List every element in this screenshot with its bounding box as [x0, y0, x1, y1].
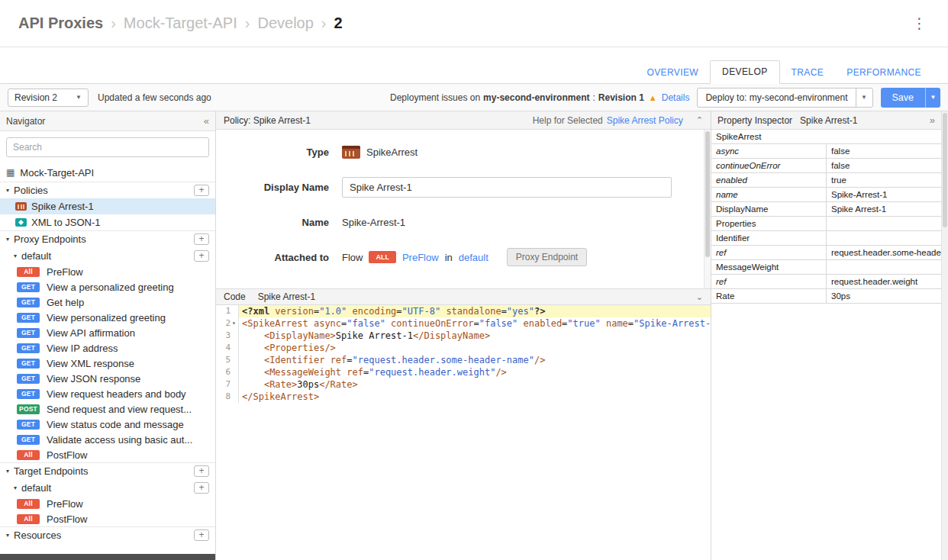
flow-item[interactable]: GET View IP address — [0, 340, 215, 356]
property-value: 30ps — [826, 289, 941, 303]
breadcrumb-item[interactable]: 2 — [334, 14, 343, 32]
kebab-menu-icon[interactable]: ⋮ — [909, 14, 930, 32]
flow-item[interactable]: GET Validate access using basic aut... — [0, 432, 215, 447]
flow-item[interactable]: GET View request headers and body — [0, 386, 215, 401]
collapse-right-icon[interactable]: » — [930, 114, 935, 126]
flow-item[interactable]: GET View JSON response — [0, 371, 215, 386]
type-value: SpikeArrest — [366, 146, 418, 158]
display-name-row: Display Name — [216, 169, 711, 204]
section-resources[interactable]: ▾ Resources + — [0, 526, 215, 543]
flow-word: Flow — [342, 252, 363, 263]
add-target-endpoint-button[interactable]: + — [194, 465, 209, 477]
code-line[interactable]: 6 <MessageWeight ref="request.header.wei… — [216, 366, 711, 378]
property-row[interactable]: enabled true — [711, 173, 941, 188]
flow-item[interactable]: GET View XML response — [0, 356, 215, 371]
property-row[interactable]: ref request.header.weight — [711, 275, 941, 289]
policy-scrollbar[interactable] — [704, 130, 711, 288]
target-endpoint-default-label: default — [21, 482, 51, 494]
add-resource-button[interactable]: + — [194, 529, 209, 541]
code-line[interactable]: 1<?xml version="1.0" encoding="UTF-8" st… — [216, 305, 711, 317]
property-row[interactable]: DisplayName Spike Arrest-1 — [711, 202, 941, 217]
search-input[interactable] — [6, 137, 209, 157]
add-flow-button[interactable]: + — [194, 482, 209, 494]
display-name-input[interactable] — [342, 177, 672, 198]
flow-item[interactable]: GET View status code and message — [0, 417, 215, 432]
code-line[interactable]: 5 <Identifier ref="request.header.some-h… — [216, 354, 711, 366]
line-number: 5 — [216, 354, 239, 366]
policy-editor: Type SpikeArrest Display Name Name Spik — [216, 130, 711, 288]
property-row[interactable]: continueOnError false — [711, 159, 941, 173]
flow-item-label: View a personalized greeting — [47, 282, 174, 293]
property-row[interactable]: Rate 30ps — [711, 289, 941, 304]
tab[interactable]: PERFORMANCE — [835, 62, 933, 84]
navigator-panel: Navigator « ▦ Mock-Target-API ▾ Policies… — [0, 111, 216, 560]
flow-item[interactable]: All PreFlow — [0, 496, 215, 511]
proxy-endpoint-default[interactable]: ▾ default + — [0, 247, 215, 264]
flow-item[interactable]: GET View a personalized greeting — [0, 279, 215, 294]
code-line[interactable]: 4 <Properties/> — [216, 342, 711, 354]
code-line[interactable]: 8</SpikeArrest> — [216, 391, 711, 403]
name-label: Name — [216, 217, 329, 228]
add-policy-button[interactable]: + — [194, 185, 209, 196]
method-badge: GET — [17, 328, 40, 338]
navigator-hscrollbar[interactable] — [0, 554, 215, 560]
deploy-select[interactable]: Deploy to: my-second-environment ▼ — [697, 88, 872, 108]
flow-item[interactable]: All PreFlow — [0, 264, 215, 279]
line-number: 1 — [216, 305, 239, 317]
collapse-up-icon[interactable]: ⌃ — [696, 115, 703, 125]
collapse-left-icon[interactable]: « — [204, 115, 209, 127]
add-proxy-endpoint-button[interactable]: + — [194, 233, 209, 245]
scrollbar-thumb[interactable] — [705, 131, 710, 257]
policy-item[interactable]: Spike Arrest-1 — [0, 198, 215, 214]
code-line[interactable]: 2▾<SpikeArrest async="false" continueOnE… — [216, 317, 711, 330]
save-dropdown-icon[interactable]: ▼ — [925, 88, 940, 108]
line-number: 2▾ — [216, 317, 239, 330]
help-link[interactable]: Spike Arrest Policy — [607, 115, 683, 126]
window-scrollbar[interactable] — [941, 111, 948, 560]
flow-item[interactable]: All PostFlow — [0, 511, 215, 526]
flow-item[interactable]: POST Send request and view request... — [0, 401, 215, 417]
flow-item[interactable]: GET View personalized greeting — [0, 310, 215, 325]
property-row[interactable]: SpikeArrest — [711, 130, 941, 144]
code-line[interactable]: 7 <Rate>30ps</Rate> — [216, 378, 711, 391]
section-policies[interactable]: ▾ Policies + — [0, 182, 215, 198]
details-link[interactable]: Details — [662, 92, 690, 103]
flow-item[interactable]: GET Get help — [0, 294, 215, 310]
property-value: request.header.weight — [826, 275, 941, 288]
code-editor[interactable]: 1<?xml version="1.0" encoding="UTF-8" st… — [216, 305, 711, 560]
property-row[interactable]: Properties — [711, 217, 941, 231]
preflow-link[interactable]: PreFlow — [402, 252, 439, 263]
nav-item-api[interactable]: ▦ Mock-Target-API — [0, 163, 215, 182]
proxy-endpoint-button[interactable]: Proxy Endpoint — [507, 248, 587, 266]
collapse-down-icon[interactable]: ⌄ — [696, 292, 703, 302]
target-endpoint-default[interactable]: ▾ default + — [0, 479, 215, 496]
section-proxy-endpoints[interactable]: ▾ Proxy Endpoints + — [0, 230, 215, 247]
breadcrumb-item[interactable]: API Proxies — [18, 14, 116, 32]
save-split-button: Save ▼ — [881, 88, 941, 108]
method-badge: GET — [17, 313, 40, 323]
revision-select[interactable]: Revision 2 ▼ — [8, 89, 89, 107]
property-row[interactable]: Identifier — [711, 231, 941, 246]
tab[interactable]: DEVELOP — [710, 60, 780, 84]
property-value: false — [826, 159, 941, 172]
type-row: Type SpikeArrest — [216, 134, 711, 169]
code-line[interactable]: 3 <DisplayName>Spike Arrest-1</DisplayNa… — [216, 330, 711, 342]
breadcrumb-item[interactable]: Mock-Target-API — [124, 14, 250, 32]
policy-item[interactable]: XML to JSON-1 — [0, 214, 215, 230]
breadcrumb-item[interactable]: Develop — [257, 14, 326, 32]
chevron-down-icon[interactable]: ▼ — [856, 89, 872, 107]
endpoint-link[interactable]: default — [459, 252, 489, 263]
property-table: SpikeArrest async false continueOnError … — [711, 130, 941, 304]
section-target-endpoints[interactable]: ▾ Target Endpoints + — [0, 462, 215, 479]
property-row[interactable]: ref request.header.some-header-name — [711, 246, 941, 260]
flow-item[interactable]: GET View API affirmation — [0, 325, 215, 340]
scrollbar-thumb[interactable] — [943, 113, 947, 227]
save-button[interactable]: Save — [881, 88, 926, 108]
property-row[interactable]: name Spike-Arrest-1 — [711, 188, 941, 202]
flow-item[interactable]: All PostFlow — [0, 447, 215, 462]
add-flow-button[interactable]: + — [194, 250, 209, 262]
property-row[interactable]: MessageWeight — [711, 260, 941, 275]
tab[interactable]: TRACE — [780, 62, 836, 84]
property-row[interactable]: async false — [711, 144, 941, 159]
tab[interactable]: OVERVIEW — [635, 62, 710, 84]
